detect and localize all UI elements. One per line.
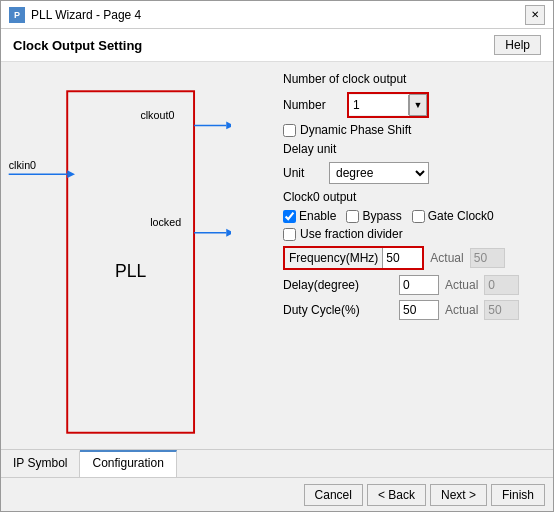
duty-label: Duty Cycle(%) [283, 303, 393, 317]
tab-configuration[interactable]: Configuration [80, 450, 176, 477]
finish-button[interactable]: Finish [491, 484, 545, 506]
clock0-section: Clock0 output Enable Bypass Gate Clock0 [283, 190, 541, 320]
page-header: Clock Output Setting Help [1, 29, 553, 62]
window-title: PLL Wizard - Page 4 [31, 8, 141, 22]
bottom-tabs: IP Symbol Configuration [1, 449, 553, 477]
left-panel: PLL clkin0 clkout0 locked pll_v1 [1, 62, 271, 449]
next-button[interactable]: Next > [430, 484, 487, 506]
num-clocks-section: Number of clock output Number ▼ Dynamic … [283, 72, 541, 137]
duty-row: Duty Cycle(%) Actual [283, 300, 541, 320]
help-button[interactable]: Help [494, 35, 541, 55]
delay-unit-title: Delay unit [283, 142, 541, 156]
duty-actual-value [484, 300, 519, 320]
svg-text:PLL: PLL [115, 261, 146, 281]
number-dropdown[interactable]: ▼ [409, 94, 427, 116]
delay-row: Delay(degree) Actual [283, 275, 541, 295]
svg-text:locked: locked [150, 216, 181, 228]
duty-input[interactable] [399, 300, 439, 320]
page-title: Clock Output Setting [13, 38, 142, 53]
number-label: Number [283, 98, 343, 112]
svg-marker-6 [226, 122, 231, 130]
close-button[interactable]: ✕ [525, 5, 545, 25]
delay-label: Delay(degree) [283, 278, 393, 292]
cancel-button[interactable]: Cancel [304, 484, 363, 506]
number-row: Number ▼ [283, 92, 541, 118]
main-window: P PLL Wizard - Page 4 ✕ Clock Output Set… [0, 0, 554, 512]
dynamic-phase-row: Dynamic Phase Shift [283, 123, 541, 137]
right-panel: Number of clock output Number ▼ Dynamic … [271, 62, 553, 449]
duty-actual-label: Actual [445, 303, 478, 317]
fraction-checkbox[interactable] [283, 228, 296, 241]
title-bar-left: P PLL Wizard - Page 4 [9, 7, 141, 23]
unit-row: Unit degree ns ps [283, 162, 541, 184]
frequency-input[interactable] [382, 248, 422, 268]
bypass-checkbox[interactable] [346, 210, 359, 223]
enable-checkbox[interactable] [283, 210, 296, 223]
title-bar: P PLL Wizard - Page 4 ✕ [1, 1, 553, 29]
fraction-label: Use fraction divider [300, 227, 403, 241]
unit-select[interactable]: degree ns ps [329, 162, 429, 184]
delay-input[interactable] [399, 275, 439, 295]
dynamic-phase-checkbox[interactable] [283, 124, 296, 137]
enable-label: Enable [299, 209, 336, 223]
tab-ip-symbol[interactable]: IP Symbol [1, 450, 80, 477]
unit-label: Unit [283, 166, 323, 180]
back-button[interactable]: < Back [367, 484, 426, 506]
delay-actual-value [484, 275, 519, 295]
frequency-actual-label: Actual [430, 251, 463, 265]
enable-row: Enable Bypass Gate Clock0 [283, 209, 541, 223]
number-outlined: ▼ [347, 92, 429, 118]
app-icon: P [9, 7, 25, 23]
frequency-outlined: Frequency(MHz) [283, 246, 424, 270]
bypass-item: Bypass [346, 209, 401, 223]
fraction-row: Use fraction divider [283, 227, 541, 241]
svg-marker-9 [226, 229, 231, 237]
clock0-title: Clock0 output [283, 190, 541, 204]
number-input[interactable] [349, 95, 409, 115]
pll-diagram-svg: PLL clkin0 clkout0 locked [1, 62, 231, 449]
unit-select-combo: degree ns ps [329, 162, 429, 184]
frequency-label: Frequency(MHz) [285, 251, 382, 265]
delay-unit-section: Delay unit Unit degree ns ps [283, 142, 541, 184]
enable-item: Enable [283, 209, 336, 223]
num-clocks-title: Number of clock output [283, 72, 541, 86]
delay-actual-label: Actual [445, 278, 478, 292]
gate-clock0-checkbox[interactable] [412, 210, 425, 223]
gate-clock0-label: Gate Clock0 [428, 209, 494, 223]
bypass-label: Bypass [362, 209, 401, 223]
main-content: PLL clkin0 clkout0 locked pll_v1 Number [1, 62, 553, 449]
footer: Cancel < Back Next > Finish [1, 477, 553, 511]
svg-text:clkin0: clkin0 [9, 159, 36, 171]
frequency-row: Frequency(MHz) Actual [283, 246, 541, 270]
dynamic-phase-label: Dynamic Phase Shift [300, 123, 411, 137]
svg-text:clkout0: clkout0 [140, 109, 174, 121]
frequency-actual-value [470, 248, 505, 268]
svg-marker-3 [67, 170, 75, 178]
gate-clock0-item: Gate Clock0 [412, 209, 494, 223]
